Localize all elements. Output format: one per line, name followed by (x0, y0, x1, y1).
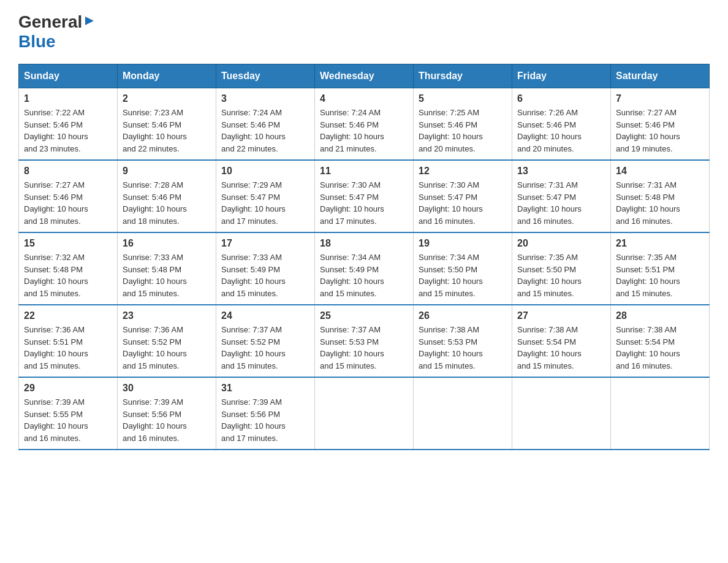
calendar-cell: 4 Sunrise: 7:24 AM Sunset: 5:46 PM Dayli… (315, 88, 414, 161)
calendar-cell: 29 Sunrise: 7:39 AM Sunset: 5:55 PM Dayl… (19, 377, 118, 450)
day-header-tuesday: Tuesday (216, 64, 315, 88)
calendar-cell: 20 Sunrise: 7:35 AM Sunset: 5:50 PM Dayl… (512, 232, 611, 305)
calendar-cell: 16 Sunrise: 7:33 AM Sunset: 5:48 PM Dayl… (118, 232, 216, 305)
logo-general-text: General (18, 12, 82, 32)
day-info: Sunrise: 7:24 AM Sunset: 5:46 PM Dayligh… (221, 107, 309, 155)
calendar-cell: 1 Sunrise: 7:22 AM Sunset: 5:46 PM Dayli… (19, 88, 118, 161)
day-number: 15 (24, 238, 112, 249)
day-info: Sunrise: 7:36 AM Sunset: 5:52 PM Dayligh… (123, 324, 211, 372)
calendar-cell: 12 Sunrise: 7:30 AM Sunset: 5:47 PM Dayl… (414, 160, 512, 232)
calendar-cell: 30 Sunrise: 7:39 AM Sunset: 5:56 PM Dayl… (118, 377, 216, 450)
day-number: 24 (221, 310, 309, 321)
day-number: 29 (24, 383, 112, 394)
calendar-cell: 23 Sunrise: 7:36 AM Sunset: 5:52 PM Dayl… (118, 305, 216, 377)
day-info: Sunrise: 7:24 AM Sunset: 5:46 PM Dayligh… (320, 107, 408, 155)
page-header: General Blue (18, 12, 710, 52)
day-number: 14 (616, 166, 704, 177)
day-number: 10 (221, 166, 309, 177)
calendar-table: SundayMondayTuesdayWednesdayThursdayFrid… (18, 64, 710, 450)
day-info: Sunrise: 7:25 AM Sunset: 5:46 PM Dayligh… (419, 107, 507, 155)
day-info: Sunrise: 7:26 AM Sunset: 5:46 PM Dayligh… (517, 107, 605, 155)
day-number: 25 (320, 310, 408, 321)
day-number: 27 (517, 310, 605, 321)
day-info: Sunrise: 7:39 AM Sunset: 5:55 PM Dayligh… (24, 396, 112, 444)
day-info: Sunrise: 7:39 AM Sunset: 5:56 PM Dayligh… (221, 396, 309, 444)
day-info: Sunrise: 7:23 AM Sunset: 5:46 PM Dayligh… (123, 107, 211, 155)
calendar-cell: 22 Sunrise: 7:36 AM Sunset: 5:51 PM Dayl… (19, 305, 118, 377)
day-number: 26 (419, 310, 507, 321)
day-number: 3 (221, 93, 309, 104)
day-number: 12 (419, 166, 507, 177)
calendar-cell: 7 Sunrise: 7:27 AM Sunset: 5:46 PM Dayli… (611, 88, 710, 161)
day-info: Sunrise: 7:30 AM Sunset: 5:47 PM Dayligh… (320, 179, 408, 227)
calendar-cell: 2 Sunrise: 7:23 AM Sunset: 5:46 PM Dayli… (118, 88, 216, 161)
calendar-cell: 6 Sunrise: 7:26 AM Sunset: 5:46 PM Dayli… (512, 88, 611, 161)
calendar-cell: 18 Sunrise: 7:34 AM Sunset: 5:49 PM Dayl… (315, 232, 414, 305)
calendar-cell: 19 Sunrise: 7:34 AM Sunset: 5:50 PM Dayl… (414, 232, 512, 305)
day-info: Sunrise: 7:30 AM Sunset: 5:47 PM Dayligh… (419, 179, 507, 227)
calendar-cell: 8 Sunrise: 7:27 AM Sunset: 5:46 PM Dayli… (19, 160, 118, 232)
day-info: Sunrise: 7:35 AM Sunset: 5:50 PM Dayligh… (517, 251, 605, 299)
day-info: Sunrise: 7:37 AM Sunset: 5:52 PM Dayligh… (221, 324, 309, 372)
day-number: 31 (221, 383, 309, 394)
day-number: 28 (616, 310, 704, 321)
day-number: 30 (123, 383, 211, 394)
day-info: Sunrise: 7:29 AM Sunset: 5:47 PM Dayligh… (221, 179, 309, 227)
calendar-cell: 24 Sunrise: 7:37 AM Sunset: 5:52 PM Dayl… (216, 305, 315, 377)
day-number: 2 (123, 93, 211, 104)
calendar-week-row: 1 Sunrise: 7:22 AM Sunset: 5:46 PM Dayli… (19, 88, 710, 161)
calendar-cell (611, 377, 710, 450)
calendar-cell (512, 377, 611, 450)
day-info: Sunrise: 7:27 AM Sunset: 5:46 PM Dayligh… (616, 107, 704, 155)
calendar-cell: 27 Sunrise: 7:38 AM Sunset: 5:54 PM Dayl… (512, 305, 611, 377)
day-number: 8 (24, 166, 112, 177)
calendar-cell: 28 Sunrise: 7:38 AM Sunset: 5:54 PM Dayl… (611, 305, 710, 377)
day-info: Sunrise: 7:35 AM Sunset: 5:51 PM Dayligh… (616, 251, 704, 299)
day-header-saturday: Saturday (611, 64, 710, 88)
calendar-cell: 13 Sunrise: 7:31 AM Sunset: 5:47 PM Dayl… (512, 160, 611, 232)
day-info: Sunrise: 7:31 AM Sunset: 5:48 PM Dayligh… (616, 179, 704, 227)
calendar-cell: 9 Sunrise: 7:28 AM Sunset: 5:46 PM Dayli… (118, 160, 216, 232)
calendar-cell: 31 Sunrise: 7:39 AM Sunset: 5:56 PM Dayl… (216, 377, 315, 450)
calendar-cell: 5 Sunrise: 7:25 AM Sunset: 5:46 PM Dayli… (414, 88, 512, 161)
calendar-week-row: 8 Sunrise: 7:27 AM Sunset: 5:46 PM Dayli… (19, 160, 710, 232)
day-info: Sunrise: 7:28 AM Sunset: 5:46 PM Dayligh… (123, 179, 211, 227)
calendar-cell (315, 377, 414, 450)
day-info: Sunrise: 7:39 AM Sunset: 5:56 PM Dayligh… (123, 396, 211, 444)
calendar-cell: 11 Sunrise: 7:30 AM Sunset: 5:47 PM Dayl… (315, 160, 414, 232)
day-info: Sunrise: 7:31 AM Sunset: 5:47 PM Dayligh… (517, 179, 605, 227)
calendar-week-row: 22 Sunrise: 7:36 AM Sunset: 5:51 PM Dayl… (19, 305, 710, 377)
logo-triangle-icon (84, 15, 95, 29)
day-info: Sunrise: 7:38 AM Sunset: 5:54 PM Dayligh… (616, 324, 704, 372)
day-info: Sunrise: 7:34 AM Sunset: 5:50 PM Dayligh… (419, 251, 507, 299)
day-number: 20 (517, 238, 605, 249)
day-number: 23 (123, 310, 211, 321)
calendar-cell: 3 Sunrise: 7:24 AM Sunset: 5:46 PM Dayli… (216, 88, 315, 161)
day-number: 5 (419, 93, 507, 104)
day-info: Sunrise: 7:27 AM Sunset: 5:46 PM Dayligh… (24, 179, 112, 227)
day-number: 6 (517, 93, 605, 104)
day-number: 19 (419, 238, 507, 249)
svg-marker-0 (85, 17, 94, 25)
day-header-thursday: Thursday (414, 64, 512, 88)
calendar-cell: 15 Sunrise: 7:32 AM Sunset: 5:48 PM Dayl… (19, 232, 118, 305)
calendar-cell: 10 Sunrise: 7:29 AM Sunset: 5:47 PM Dayl… (216, 160, 315, 232)
day-number: 11 (320, 166, 408, 177)
day-number: 9 (123, 166, 211, 177)
calendar-cell: 21 Sunrise: 7:35 AM Sunset: 5:51 PM Dayl… (611, 232, 710, 305)
calendar-cell (414, 377, 512, 450)
day-number: 17 (221, 238, 309, 249)
day-number: 18 (320, 238, 408, 249)
day-header-monday: Monday (118, 64, 216, 88)
calendar-week-row: 15 Sunrise: 7:32 AM Sunset: 5:48 PM Dayl… (19, 232, 710, 305)
day-info: Sunrise: 7:34 AM Sunset: 5:49 PM Dayligh… (320, 251, 408, 299)
day-info: Sunrise: 7:33 AM Sunset: 5:48 PM Dayligh… (123, 251, 211, 299)
day-header-wednesday: Wednesday (315, 64, 414, 88)
day-info: Sunrise: 7:22 AM Sunset: 5:46 PM Dayligh… (24, 107, 112, 155)
day-number: 4 (320, 93, 408, 104)
day-number: 1 (24, 93, 112, 104)
day-number: 7 (616, 93, 704, 104)
day-info: Sunrise: 7:33 AM Sunset: 5:49 PM Dayligh… (221, 251, 309, 299)
calendar-header-row: SundayMondayTuesdayWednesdayThursdayFrid… (19, 64, 710, 88)
day-info: Sunrise: 7:36 AM Sunset: 5:51 PM Dayligh… (24, 324, 112, 372)
